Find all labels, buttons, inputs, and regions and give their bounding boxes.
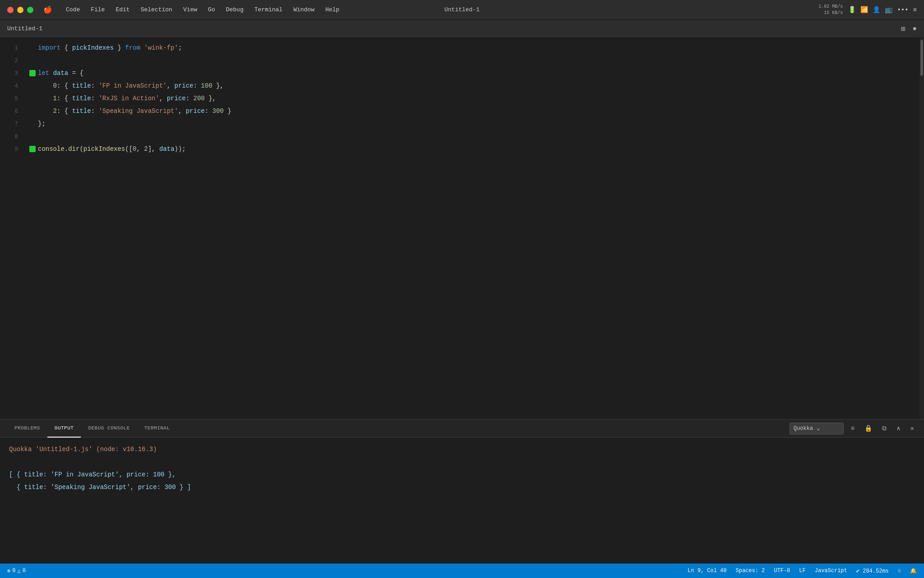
menu-go[interactable]: Go (203, 5, 220, 14)
code-line: 3let data = { (0, 67, 919, 79)
menu-edit[interactable]: Edit (111, 5, 134, 14)
menu-terminal[interactable]: Terminal (250, 5, 287, 14)
line-number: 6 (0, 108, 27, 115)
indentation[interactable]: Spaces: 2 (736, 568, 765, 574)
wifi-icon: 📶 (860, 6, 868, 14)
sys-info-line1: 1.02 MB/s (818, 4, 843, 10)
output-line: { title: 'Speaking JavaScript', price: 3… (9, 481, 915, 494)
code-line: 7}; (0, 117, 919, 130)
line-number: 9 (0, 146, 27, 153)
lock-icon[interactable]: 🔒 (862, 424, 875, 433)
circle-icon: ● (912, 25, 917, 33)
breakpoint-dot (29, 70, 36, 76)
menu-selection[interactable]: Selection (136, 5, 177, 14)
maximize-button[interactable] (27, 7, 33, 13)
code-line: 5 1: { title: 'RxJS in Action', price: 2… (0, 92, 919, 105)
copy-icon[interactable]: ⧉ (879, 424, 889, 433)
panel-content: Quokka 'Untitled-1.js' (node: v10.16.3) … (0, 438, 924, 564)
titlebar-left: 🍎 Code File Edit Selection View Go Debug… (7, 5, 344, 15)
line-content: 2: { title: 'Speaking JavaScript', price… (38, 105, 919, 117)
code-line: 1import { pickIndexes } from 'wink-fp'; (0, 42, 919, 54)
user-icon: 👤 (873, 6, 880, 14)
editor-tab[interactable]: Untitled-1 (7, 25, 42, 32)
tab-debug-console[interactable]: DEBUG CONSOLE (81, 420, 137, 438)
minimize-button[interactable] (17, 7, 23, 13)
cursor-position[interactable]: Ln 9, Col 40 (688, 568, 726, 574)
panel-tabs: PROBLEMS OUTPUT DEBUG CONSOLE TERMINAL Q… (0, 420, 924, 438)
more-icon: ••• (897, 6, 908, 14)
status-left: ⊗ 0 △ 0 (7, 568, 26, 574)
line-content: 0: { title: 'FP in JavaScript', price: 1… (38, 79, 919, 92)
line-ending[interactable]: LF (799, 568, 805, 574)
select-value: Quokka (794, 425, 813, 432)
tab-problems[interactable]: PROBLEMS (7, 420, 47, 438)
tab-output[interactable]: OUTPUT (47, 420, 81, 438)
menu-debug[interactable]: Debug (222, 5, 248, 14)
editor-main: 1import { pickIndexes } from 'wink-fp';2… (0, 38, 924, 419)
cast-icon: 📺 (885, 6, 892, 14)
split-editor-icon[interactable]: ⊞ (901, 24, 906, 33)
code-lines: 1import { pickIndexes } from 'wink-fp';2… (0, 38, 919, 159)
line-number: 2 (0, 57, 27, 64)
error-count[interactable]: ⊗ 0 △ 0 (7, 568, 26, 574)
sys-icons: 🔋 📶 👤 📺 ••• ≡ (848, 6, 917, 14)
warning-number: 0 (23, 568, 26, 574)
panel-tabs-left: PROBLEMS OUTPUT DEBUG CONSOLE TERMINAL (7, 420, 177, 438)
editor-scrollbar[interactable] (919, 38, 924, 419)
apple-menu[interactable]: 🍎 (39, 5, 57, 15)
titlebar: 🍎 Code File Edit Selection View Go Debug… (0, 0, 924, 20)
list-filter-icon[interactable]: ≡ (848, 424, 857, 433)
code-line: 2 (0, 54, 919, 67)
error-circle-icon: ⊗ (7, 568, 10, 574)
menu-file[interactable]: File (86, 5, 109, 14)
output-line: Quokka 'Untitled-1.js' (node: v10.16.3) (9, 443, 915, 456)
code-editor[interactable]: 1import { pickIndexes } from 'wink-fp';2… (0, 38, 919, 419)
menu-help[interactable]: Help (321, 5, 344, 14)
scrollbar-thumb[interactable] (920, 40, 923, 76)
tab-terminal[interactable]: TERMINAL (137, 420, 177, 438)
sys-info: 1.02 MB/s 15 KB/s (818, 4, 843, 16)
code-line: 9console.dir(pickIndexes([0, 2], data)); (0, 143, 919, 155)
menu-code[interactable]: Code (61, 5, 84, 14)
line-number: 5 (0, 95, 27, 102)
menu-view[interactable]: View (179, 5, 202, 14)
line-number: 3 (0, 70, 27, 77)
code-line: 4 0: { title: 'FP in JavaScript', price:… (0, 79, 919, 92)
line-number: 1 (0, 45, 27, 51)
code-line: 6 2: { title: 'Speaking JavaScript', pri… (0, 105, 919, 117)
menu-bar: 🍎 Code File Edit Selection View Go Debug… (39, 5, 344, 15)
line-content: }; (38, 117, 919, 130)
close-button[interactable] (7, 7, 14, 13)
chevron-up-icon[interactable]: ∧ (894, 424, 903, 433)
titlebar-right: 1.02 MB/s 15 KB/s 🔋 📶 👤 📺 ••• ≡ (818, 4, 917, 16)
code-line: 8 (0, 130, 919, 143)
line-content: 1: { title: 'RxJS in Action', price: 200… (38, 92, 919, 105)
output-source-select[interactable]: Quokka ⌄ (790, 423, 844, 434)
menu-window[interactable]: Window (289, 5, 319, 14)
battery-icon: 🔋 (848, 6, 856, 14)
smiley-icon[interactable]: ☺ (898, 568, 901, 574)
bell-icon[interactable]: 🔔 (910, 568, 917, 574)
tab-bar: Untitled-1 ⊞ ● (0, 20, 924, 38)
gutter-icon (27, 70, 38, 76)
tab-icons: ⊞ ● (901, 24, 917, 33)
close-panel-button[interactable]: ✕ (908, 424, 917, 433)
language-mode[interactable]: JavaScript (815, 568, 847, 574)
traffic-lights (7, 7, 33, 13)
breakpoint-dot (29, 146, 36, 152)
warning-triangle-icon: △ (17, 568, 20, 574)
output-line (9, 456, 915, 468)
editor-container: Untitled-1 ⊞ ● 1import { pickIndexes } f… (0, 20, 924, 578)
line-number: 8 (0, 133, 27, 140)
status-right: Ln 9, Col 40 Spaces: 2 UTF-8 LF JavaScri… (688, 568, 917, 574)
line-number: 7 (0, 121, 27, 127)
error-number: 0 (12, 568, 15, 574)
line-content: import { pickIndexes } from 'wink-fp'; (38, 42, 919, 54)
status-bar: ⊗ 0 △ 0 Ln 9, Col 40 Spaces: 2 UTF-8 LF … (0, 564, 924, 578)
encoding[interactable]: UTF-8 (774, 568, 790, 574)
output-line: [ { title: 'FP in JavaScript', price: 10… (9, 468, 915, 481)
quokka-time[interactable]: ✔ 284.52ms (856, 568, 889, 574)
gutter-icon (27, 146, 38, 152)
list-icon: ≡ (913, 6, 917, 14)
panel: PROBLEMS OUTPUT DEBUG CONSOLE TERMINAL Q… (0, 419, 924, 564)
